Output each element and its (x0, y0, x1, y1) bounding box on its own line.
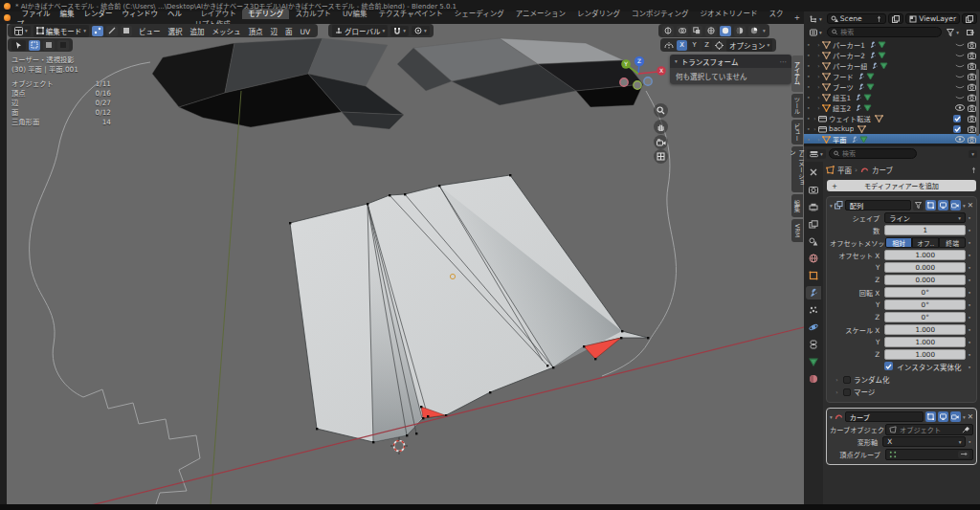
properties-tab-modifiers[interactable] (806, 286, 821, 299)
subpanel-14[interactable]: ›マージ (830, 386, 973, 398)
expand-chevron[interactable]: › (815, 136, 822, 143)
shape-dropdown[interactable]: ライン▾ (884, 212, 966, 223)
pan-button[interactable] (654, 120, 668, 134)
disable-in-render-icon[interactable] (968, 125, 976, 133)
active-tool-button[interactable] (11, 40, 26, 51)
expand-chevron[interactable]: › (815, 41, 822, 48)
outliner-item-name[interactable]: ウェイト転送 (829, 114, 871, 123)
workspace-tab-2[interactable]: スカルプト (289, 9, 337, 19)
sidebar-tab-1[interactable]: ツール (791, 94, 803, 118)
workspace-tab-7[interactable]: レンダリング (571, 9, 626, 19)
menu-1[interactable]: 編集 (56, 9, 79, 19)
modifier-funnel-toggle[interactable] (913, 200, 924, 211)
viewport-menu-7[interactable]: UV (297, 28, 315, 36)
value-field[interactable]: 0.000 (884, 262, 966, 273)
transform-orientation-dropdown[interactable]: グローバル ▾ (332, 25, 388, 37)
animate-dot[interactable]: • (966, 301, 973, 308)
tool-preset-2[interactable] (43, 40, 55, 51)
disable-in-render-icon[interactable] (968, 136, 976, 144)
outliner-row[interactable]: •›紐玉2 (804, 102, 980, 113)
workspace-tab-9[interactable]: ジオメトリノード (694, 9, 763, 19)
workspace-tab-3[interactable]: UV編集 (337, 9, 373, 19)
mirror-axis-x-button[interactable]: X (677, 40, 687, 51)
value-field[interactable]: 0.000 (884, 275, 966, 285)
pin-icon[interactable] (970, 166, 977, 174)
sidebar-tab-5[interactable]: VRM (791, 219, 803, 242)
proportional-edit-button[interactable]: ▾ (412, 26, 430, 35)
shading-solid-button[interactable] (720, 26, 731, 36)
options-dropdown[interactable]: オプション ▾ (726, 39, 772, 52)
hidden-in-viewport-icon[interactable] (955, 62, 965, 69)
expand-chevron[interactable]: › (815, 62, 822, 69)
scene-selector[interactable]: Scene (827, 13, 887, 24)
curve-modifier-name-field[interactable]: カーブ (845, 411, 924, 422)
subpanel-checkbox[interactable] (843, 376, 851, 384)
outliner-row[interactable]: •›紐玉1 (804, 92, 980, 102)
value-field[interactable]: 0° (884, 312, 966, 322)
expand-chevron[interactable]: › (815, 52, 822, 58)
workspace-tab-5[interactable]: シェーディング (449, 9, 510, 19)
pin-icon[interactable] (876, 15, 882, 23)
view-layer-selector[interactable]: ViewLayer (905, 13, 960, 24)
segment-option-2[interactable]: 終端 (939, 237, 966, 248)
properties-search[interactable] (829, 148, 917, 159)
animate-dot[interactable]: • (966, 264, 973, 271)
modifier-render-toggle[interactable] (950, 200, 961, 211)
mirror-axis-y-button[interactable]: Y (689, 40, 700, 51)
segment-option-0[interactable]: 相対 (885, 237, 912, 248)
eyedropper-icon[interactable] (962, 426, 969, 433)
gizmo-neg-x-axis[interactable] (620, 78, 628, 86)
animate-dot[interactable]: • (966, 364, 973, 370)
animate-dot[interactable]: • (966, 326, 973, 333)
viewport-menu-6[interactable]: 面 (281, 28, 297, 36)
value-field[interactable]: 1.000 (884, 250, 966, 260)
show-overlays-toggle[interactable] (677, 26, 688, 36)
outliner-item-name[interactable]: 紐玉2 (833, 103, 851, 113)
expand-chevron[interactable]: › (812, 115, 818, 122)
properties-options-dropdown[interactable]: ▾ (969, 150, 977, 158)
new-view-layer-button[interactable] (962, 13, 977, 24)
modifier-extras-dropdown[interactable]: ▾ (963, 203, 966, 209)
outliner-item-name[interactable]: フード (833, 72, 854, 81)
breadcrumb-object[interactable]: 平面 (837, 165, 852, 175)
hidden-in-viewport-icon[interactable] (955, 52, 965, 58)
array-modifier-name-field[interactable]: 配列 (845, 200, 911, 211)
tool-preset-1[interactable] (29, 40, 40, 51)
editor-type-button[interactable]: ▾ (11, 26, 31, 36)
value-field[interactable]: 0° (884, 299, 966, 310)
edge-select-button[interactable] (106, 26, 118, 36)
deform-axis-dropdown[interactable]: X ▾ (882, 436, 966, 447)
vertex-group-field[interactable] (885, 449, 973, 460)
gizmo-neg-z-axis[interactable] (644, 78, 652, 85)
snap-base-icon[interactable] (715, 41, 724, 50)
modifier-extras-dropdown[interactable]: ▾ (963, 414, 966, 420)
3d-viewport-canvas[interactable]: Z Y X (7, 24, 804, 504)
expand-chevron[interactable]: › (815, 104, 822, 111)
properties-tab-object-data[interactable] (806, 355, 821, 368)
gizmo-neg-y-axis[interactable] (634, 81, 641, 89)
workspace-tab-0[interactable]: レイアウト (194, 9, 242, 19)
shading-dropdown[interactable]: ▾ (763, 28, 766, 33)
properties-tab-tool[interactable] (806, 166, 821, 179)
sidebar-tab-4[interactable]: 編集 (791, 194, 803, 217)
animate-dot[interactable]: • (966, 289, 973, 296)
modifier-realtime-toggle[interactable] (938, 411, 948, 422)
outliner-row[interactable]: •›ウェイト転送 (804, 113, 980, 123)
properties-editor-type-button[interactable]: ▾ (807, 149, 826, 159)
mirror-axis-z-button[interactable]: Z (702, 40, 712, 51)
expand-chevron[interactable]: › (815, 94, 822, 100)
workspace-tab-1[interactable]: モデリング (242, 9, 290, 19)
add-workspace-button[interactable]: + (791, 13, 804, 22)
modifier-realtime-toggle[interactable] (938, 200, 948, 211)
disable-in-render-icon[interactable] (968, 115, 976, 122)
outliner-item-name[interactable]: パーカー紐 (833, 61, 867, 71)
outliner-item-name[interactable]: 平面 (833, 135, 847, 144)
new-collection-button[interactable] (964, 28, 977, 37)
value-field[interactable]: 0° (884, 287, 966, 298)
workspace-tab-6[interactable]: アニメーション (510, 9, 571, 19)
outliner-row[interactable]: •›パーカー紐 (804, 60, 980, 71)
viewport-menu-2[interactable]: 追加 (187, 28, 209, 36)
hide-in-viewport-icon[interactable] (955, 136, 965, 143)
properties-tab-output[interactable] (806, 200, 821, 213)
instance-checkbox[interactable] (884, 362, 893, 370)
